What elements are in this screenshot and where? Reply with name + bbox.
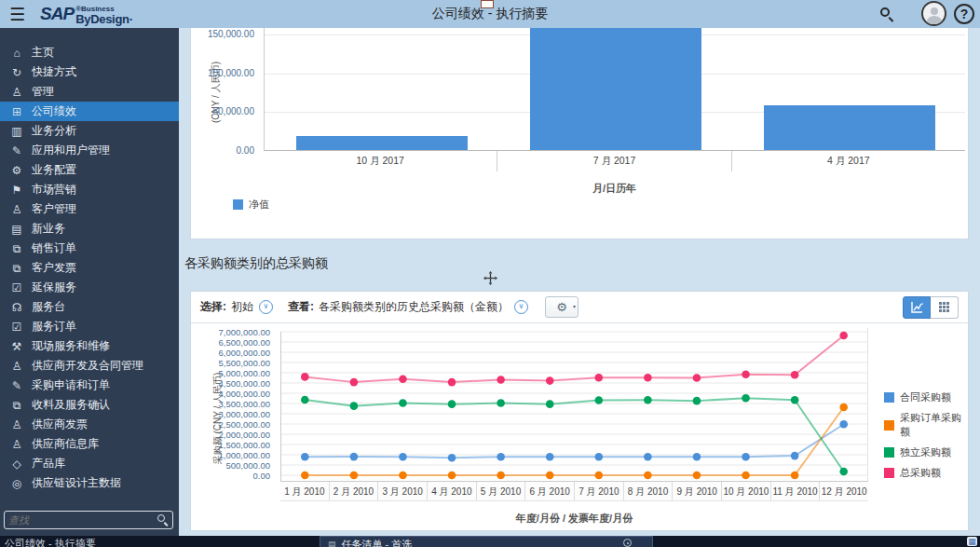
data-point[interactable] <box>742 370 750 378</box>
bar-4月2017[interactable] <box>764 105 935 150</box>
sidebar-item-application-user-management[interactable]: ✎应用和用户管理 <box>0 141 179 160</box>
data-point[interactable] <box>399 472 407 480</box>
table-view-button[interactable] <box>931 296 959 319</box>
data-point[interactable] <box>594 374 603 382</box>
data-point[interactable] <box>644 374 652 382</box>
data-point[interactable] <box>497 453 505 461</box>
sidebar-item-goods-service-receipts[interactable]: ⧉收料及服务确认 <box>0 395 179 415</box>
chart-settings-button[interactable]: ⚙ ▾ <box>545 296 578 318</box>
sidebar-item-label: 快捷方式 <box>32 64 76 80</box>
sidebar-item-company-performance[interactable]: ⊞公司绩效 <box>0 102 179 121</box>
sidebar-item-business-configuration[interactable]: ⚙业务配置 <box>0 160 179 180</box>
data-point[interactable] <box>350 402 359 410</box>
sidebar-item-supplier-invoicing[interactable]: ♙供应商发票 <box>0 415 179 434</box>
data-point[interactable] <box>448 472 456 480</box>
taskbar-tab-tasklist[interactable]: ▤ 任务清单 - 首选 <box>320 536 653 547</box>
sidebar-item-label: 延保服务 <box>32 280 76 295</box>
sidebar-item-home[interactable]: ⌂主页 <box>0 43 179 62</box>
sidebar-search-input[interactable] <box>8 514 156 526</box>
data-point[interactable] <box>644 396 652 404</box>
taskbar-window-label[interactable]: 公司绩效 - 执行摘要 <box>0 536 320 547</box>
data-point[interactable] <box>546 376 554 385</box>
data-point[interactable] <box>350 378 359 387</box>
taskbar-corner-icon[interactable]: ▦ <box>967 537 977 546</box>
menu-icon[interactable]: ☰ <box>9 6 25 23</box>
sidebar-item-sales-orders[interactable]: ⧉销售订单 <box>0 239 179 258</box>
data-point[interactable] <box>742 453 750 461</box>
data-point[interactable] <box>546 400 554 408</box>
user-avatar[interactable] <box>921 1 946 26</box>
legend-item-合同采购额[interactable]: 合同采购额 <box>884 390 968 404</box>
sidebar-item-service-orders[interactable]: ☑服务订单 <box>0 317 179 336</box>
data-point[interactable] <box>497 399 505 407</box>
data-point[interactable] <box>594 472 603 480</box>
data-point[interactable] <box>546 472 554 480</box>
data-point[interactable] <box>693 453 701 461</box>
view-value[interactable]: 各采购额类别的历史总采购额（金额） <box>319 299 509 315</box>
bar-10月2017[interactable] <box>296 136 468 150</box>
data-point[interactable] <box>791 452 799 460</box>
sidebar-item-service-desk[interactable]: ☊服务台 <box>0 297 179 317</box>
data-point[interactable] <box>301 396 309 404</box>
data-point[interactable] <box>839 468 848 476</box>
data-point[interactable] <box>693 397 701 405</box>
data-point[interactable] <box>399 399 407 407</box>
legend-item-总采购额[interactable]: 总采购额 <box>884 466 968 480</box>
data-point[interactable] <box>742 394 750 403</box>
sidebar-search-icon[interactable] <box>156 513 169 526</box>
legend-item-独立采购额[interactable]: 独立采购额 <box>884 445 968 459</box>
data-point[interactable] <box>301 472 309 480</box>
sidebar-item-new-business[interactable]: ▤新业务 <box>0 219 179 239</box>
legend-item-net-value[interactable]: 净值 <box>233 198 269 212</box>
data-point[interactable] <box>594 453 603 461</box>
data-point[interactable] <box>448 378 456 387</box>
data-point[interactable] <box>839 403 848 412</box>
sidebar-item-customer-invoicing[interactable]: ⧉客户发票 <box>0 258 179 278</box>
search-icon[interactable] <box>879 7 894 21</box>
data-point[interactable] <box>399 376 407 384</box>
sidebar-item-product-portfolio[interactable]: ◇产品库 <box>0 454 179 473</box>
data-point[interactable] <box>791 396 799 404</box>
sidebar-item-label: 服务台 <box>32 299 65 315</box>
bar-7月2017[interactable] <box>530 28 701 150</box>
sidebar-item-shortcuts[interactable]: ↻快捷方式 <box>0 62 179 82</box>
sidebar-item-warranty-service[interactable]: ☑延保服务 <box>0 278 179 297</box>
sidebar-item-supply-chain-master-data[interactable]: ◎供应链设计主数据 <box>0 473 179 493</box>
data-point[interactable] <box>497 472 505 480</box>
sidebar-item-purchase-requests-orders[interactable]: ✎采购申请和订单 <box>0 376 179 395</box>
y-tick-label: 3,000,000.00 <box>219 409 270 419</box>
data-point[interactable] <box>350 453 359 461</box>
data-point[interactable] <box>791 371 799 379</box>
sidebar-item-supplier-development-contract[interactable]: ♙供应商开发及合同管理 <box>0 356 179 376</box>
select-value[interactable]: 初始 <box>231 299 253 315</box>
data-point[interactable] <box>301 373 309 381</box>
legend-item-采购订单采购额[interactable]: 采购订单采购额 <box>884 411 968 439</box>
data-point[interactable] <box>448 454 456 462</box>
data-point[interactable] <box>693 374 701 382</box>
data-point[interactable] <box>644 472 652 480</box>
view-dropdown-icon[interactable]: ∨ <box>514 300 528 314</box>
sidebar-item-supplier-base[interactable]: ♙供应商信息库 <box>0 434 179 454</box>
data-point[interactable] <box>350 472 359 480</box>
sidebar-item-administration[interactable]: ♙管理 <box>0 82 179 102</box>
data-point[interactable] <box>839 332 848 340</box>
data-point[interactable] <box>448 400 456 408</box>
sidebar-item-field-service-repair[interactable]: ⚒现场服务和维修 <box>0 336 179 356</box>
data-point[interactable] <box>399 453 407 461</box>
data-point[interactable] <box>644 453 652 461</box>
sidebar-item-customer-management[interactable]: ♙客户管理 <box>0 199 179 219</box>
tab-badge-icon <box>623 539 632 547</box>
data-point[interactable] <box>693 472 701 480</box>
data-point[interactable] <box>301 453 309 461</box>
data-point[interactable] <box>594 396 603 404</box>
sidebar-item-business-analytics[interactable]: ▥业务分析 <box>0 121 179 141</box>
data-point[interactable] <box>791 472 799 480</box>
select-dropdown-icon[interactable]: ∨ <box>259 300 273 314</box>
data-point[interactable] <box>546 453 554 461</box>
sidebar-item-marketing[interactable]: ⚑市场营销 <box>0 180 179 199</box>
data-point[interactable] <box>497 376 505 384</box>
chart-view-button[interactable] <box>903 296 931 319</box>
data-point[interactable] <box>839 420 848 429</box>
help-button[interactable]: ? <box>954 4 974 24</box>
data-point[interactable] <box>742 472 750 480</box>
